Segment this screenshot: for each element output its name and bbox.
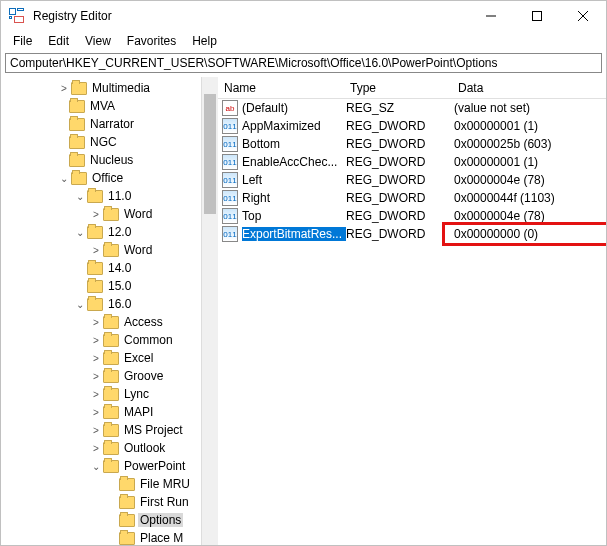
tree-item[interactable]: Excel: [122, 351, 155, 365]
collapse-icon[interactable]: ⌄: [89, 459, 103, 473]
value-row-selected[interactable]: 011ExportBitmatRes...REG_DWORD0x00000000…: [218, 225, 606, 243]
tree-item[interactable]: Narrator: [88, 117, 136, 131]
dword-value-icon: 011: [222, 190, 238, 206]
column-header-data[interactable]: Data: [452, 77, 606, 98]
tree-item-selected[interactable]: Options: [138, 513, 183, 527]
tree-item[interactable]: 15.0: [106, 279, 133, 293]
menu-file[interactable]: File: [5, 32, 40, 50]
tree-item[interactable]: NGC: [88, 135, 119, 149]
folder-icon: [103, 406, 119, 419]
expand-icon[interactable]: >: [89, 441, 103, 455]
tree-item[interactable]: MAPI: [122, 405, 155, 419]
expand-icon[interactable]: >: [89, 423, 103, 437]
collapse-icon[interactable]: ⌄: [73, 225, 87, 239]
column-header-type[interactable]: Type: [344, 77, 452, 98]
expand-icon[interactable]: >: [89, 387, 103, 401]
value-row[interactable]: 011RightREG_DWORD0x0000044f (1103): [218, 189, 606, 207]
expand-icon[interactable]: >: [89, 369, 103, 383]
folder-icon: [103, 208, 119, 221]
expand-icon[interactable]: >: [89, 405, 103, 419]
menu-edit[interactable]: Edit: [40, 32, 77, 50]
titlebar[interactable]: Registry Editor: [1, 1, 606, 31]
scrollbar-thumb[interactable]: [204, 94, 216, 214]
tree-item[interactable]: Common: [122, 333, 175, 347]
column-header-name[interactable]: Name: [218, 77, 344, 98]
tree-item[interactable]: Word: [122, 207, 154, 221]
window: Registry Editor File Edit View Favorites…: [0, 0, 607, 546]
minimize-button[interactable]: [468, 1, 514, 31]
tree-item[interactable]: Outlook: [122, 441, 167, 455]
tree-item[interactable]: Nucleus: [88, 153, 135, 167]
value-row[interactable]: 011AppMaximizedREG_DWORD0x00000001 (1): [218, 117, 606, 135]
dword-value-icon: 011: [222, 172, 238, 188]
dword-value-icon: 011: [222, 226, 238, 242]
tree-view[interactable]: >Multimedia MVA Narrator NGC Nucleus ⌄Of…: [1, 77, 201, 545]
value-row[interactable]: 011LeftREG_DWORD0x0000004e (78): [218, 171, 606, 189]
tree-item[interactable]: PowerPoint: [122, 459, 187, 473]
tree-item[interactable]: 16.0: [106, 297, 133, 311]
expand-icon[interactable]: >: [57, 81, 71, 95]
tree-item[interactable]: 11.0: [106, 189, 133, 203]
tree-item[interactable]: Multimedia: [90, 81, 152, 95]
collapse-icon[interactable]: ⌄: [73, 189, 87, 203]
tree-item[interactable]: MVA: [88, 99, 117, 113]
dword-value-icon: 011: [222, 154, 238, 170]
expand-icon[interactable]: >: [89, 351, 103, 365]
folder-icon: [119, 532, 135, 545]
address-bar[interactable]: Computer\HKEY_CURRENT_USER\SOFTWARE\Micr…: [5, 53, 602, 73]
folder-icon: [87, 280, 103, 293]
folder-icon: [87, 298, 103, 311]
folder-icon: [103, 460, 119, 473]
folder-icon: [87, 262, 103, 275]
tree-item[interactable]: Word: [122, 243, 154, 257]
folder-icon: [103, 352, 119, 365]
collapse-icon[interactable]: ⌄: [57, 171, 71, 185]
tree-item[interactable]: File MRU: [138, 477, 192, 491]
string-value-icon: ab: [222, 100, 238, 116]
menu-favorites[interactable]: Favorites: [119, 32, 184, 50]
folder-icon: [87, 226, 103, 239]
folder-icon: [119, 496, 135, 509]
menu-help[interactable]: Help: [184, 32, 225, 50]
folder-icon: [119, 478, 135, 491]
tree-item[interactable]: Place M: [138, 531, 185, 545]
tree-item[interactable]: Groove: [122, 369, 165, 383]
expand-icon[interactable]: >: [89, 207, 103, 221]
value-row[interactable]: 011TopREG_DWORD0x0000004e (78): [218, 207, 606, 225]
folder-icon: [69, 118, 85, 131]
tree-scrollbar[interactable]: [201, 77, 218, 545]
tree-item[interactable]: Lync: [122, 387, 151, 401]
tree-item[interactable]: Access: [122, 315, 165, 329]
tree-item[interactable]: First Run: [138, 495, 191, 509]
folder-icon: [103, 244, 119, 257]
dword-value-icon: 011: [222, 208, 238, 224]
folder-icon: [71, 82, 87, 95]
expand-icon[interactable]: >: [89, 243, 103, 257]
value-row[interactable]: 011EnableAccChec...REG_DWORD0x00000001 (…: [218, 153, 606, 171]
expand-icon[interactable]: >: [89, 333, 103, 347]
folder-icon: [71, 172, 87, 185]
list-header: Name Type Data: [218, 77, 606, 99]
collapse-icon[interactable]: ⌄: [73, 297, 87, 311]
folder-icon: [103, 316, 119, 329]
svg-rect-1: [533, 12, 542, 21]
folder-icon: [119, 514, 135, 527]
list-view[interactable]: Name Type Data ab(Default)REG_SZ(value n…: [218, 77, 606, 545]
value-row[interactable]: 011BottomREG_DWORD0x0000025b (603): [218, 135, 606, 153]
value-row[interactable]: ab(Default)REG_SZ(value not set): [218, 99, 606, 117]
folder-icon: [103, 442, 119, 455]
expand-icon[interactable]: >: [89, 315, 103, 329]
folder-icon: [103, 424, 119, 437]
dword-value-icon: 011: [222, 136, 238, 152]
tree-item[interactable]: MS Project: [122, 423, 185, 437]
folder-icon: [103, 370, 119, 383]
tree-item[interactable]: 12.0: [106, 225, 133, 239]
tree-item[interactable]: 14.0: [106, 261, 133, 275]
folder-icon: [69, 154, 85, 167]
maximize-button[interactable]: [514, 1, 560, 31]
menu-view[interactable]: View: [77, 32, 119, 50]
app-icon: [9, 8, 25, 24]
menubar: File Edit View Favorites Help: [1, 31, 606, 51]
tree-item[interactable]: Office: [90, 171, 125, 185]
close-button[interactable]: [560, 1, 606, 31]
